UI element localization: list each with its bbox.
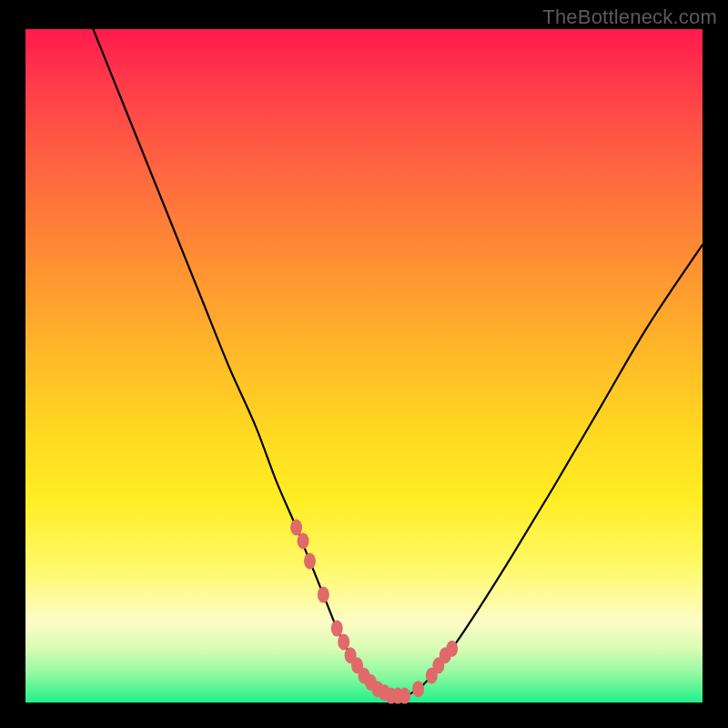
highlight-dot (298, 532, 309, 549)
plot-area (25, 29, 703, 703)
highlight-dot (318, 587, 329, 603)
bottleneck-curve (93, 29, 703, 697)
highlight-dot (399, 688, 410, 704)
curve-svg (25, 29, 703, 703)
watermark-text: TheBottleneck.com (542, 5, 717, 29)
highlight-dot (338, 633, 349, 650)
chart-frame: TheBottleneck.com (0, 0, 728, 728)
highlight-dot (304, 553, 316, 570)
highlight-dot (331, 621, 343, 637)
highlight-dot (446, 641, 458, 657)
highlight-dot (412, 681, 424, 697)
highlight-dot (290, 520, 302, 536)
highlight-dots (290, 520, 458, 704)
